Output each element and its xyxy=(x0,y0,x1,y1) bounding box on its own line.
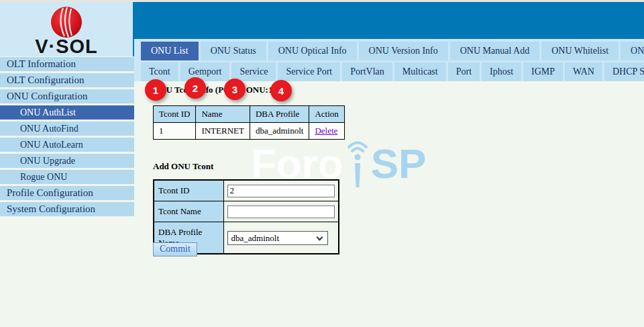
dba-profile-selected-value: dba_adminolt xyxy=(231,233,280,243)
tab-onu-list[interactable]: ONU List xyxy=(141,42,199,60)
tab-onu-whitelist[interactable]: ONU Whitelist xyxy=(541,42,619,60)
callout-3: 3 xyxy=(224,79,246,100)
cell-name: INTERNET xyxy=(196,123,250,140)
add-onu-tcont-heading: Add ONU Tcont xyxy=(153,161,213,172)
sidebar-item-profile-configuration[interactable]: Profile Configuration xyxy=(0,186,134,200)
tab-port[interactable]: Port xyxy=(448,62,480,81)
tab-service-port[interactable]: Service Port xyxy=(278,62,340,81)
tab-service[interactable]: Service xyxy=(231,62,276,81)
sidebar-item-rogue-onu[interactable]: Rogue ONU xyxy=(0,170,134,184)
form-row-tcont-id: Tcont ID xyxy=(154,180,339,201)
sidebar-item-onu-autofind[interactable]: ONU AutoFind xyxy=(0,122,134,136)
tab-row-services: TcontGemportServiceService PortPortVlanM… xyxy=(134,60,644,81)
sidebar-item-onu-authlist[interactable]: ONU AuthList xyxy=(0,105,134,120)
tab-gemport[interactable]: Gemport xyxy=(180,62,230,81)
tcont-table-row: 1 INTERNET dba_adminolt Delete xyxy=(154,123,345,140)
tab-onu-status[interactable]: ONU Status xyxy=(201,42,266,60)
vsol-ball-icon xyxy=(50,5,83,39)
sidebar-menu: OLT Information OLT Configuration ONU Co… xyxy=(0,57,134,216)
tcont-name-label: Tcont Name xyxy=(154,201,223,222)
watermark-text-sp: SP xyxy=(371,144,427,183)
delete-link[interactable]: Delete xyxy=(315,126,337,136)
sidebar-item-olt-configuration[interactable]: OLT Configuration xyxy=(0,73,134,87)
sidebar: V·SOL OLT Information OLT Configuration … xyxy=(0,2,134,218)
callout-1: 1 xyxy=(145,79,166,101)
tab-onu-optical-info[interactable]: ONU Optical Info xyxy=(268,42,357,60)
tcont-info-table: Tcont ID Name DBA Profile Action 1 INTER… xyxy=(153,105,345,140)
tab-tcont[interactable]: Tcont xyxy=(141,62,178,81)
tab-wan[interactable]: WAN xyxy=(565,62,602,81)
foroisp-watermark: Foro SP xyxy=(251,136,426,183)
tab-igmp[interactable]: IGMP xyxy=(523,62,563,81)
tcont-id-input[interactable] xyxy=(227,185,335,197)
logo-panel: V·SOL xyxy=(0,2,134,56)
tab-multicast[interactable]: Multicast xyxy=(394,62,446,81)
header-action: Action xyxy=(309,106,344,123)
wifi-antenna-icon xyxy=(345,136,370,187)
sidebar-item-onu-upgrade[interactable]: ONU Upgrade xyxy=(0,154,134,168)
callout-2: 2 xyxy=(184,77,206,99)
header-tcont-id: Tcont ID xyxy=(154,106,196,123)
form-row-tcont-name: Tcont Name xyxy=(154,201,339,222)
watermark-text-foro: Foro xyxy=(251,144,343,183)
brand-logo-text: V·SOL xyxy=(35,38,98,55)
tab-iphost[interactable]: Iphost xyxy=(482,62,521,81)
sidebar-item-onu-autolearn[interactable]: ONU AutoLearn xyxy=(0,138,134,152)
sidebar-item-system-configuration[interactable]: System Configuration xyxy=(0,202,134,216)
tcont-table-header-row: Tcont ID Name DBA Profile Action xyxy=(154,106,345,123)
tcont-name-input[interactable] xyxy=(227,205,335,218)
sidebar-item-olt-information[interactable]: OLT Information xyxy=(0,57,134,71)
page-title: ONU Tcont Info (PON:1 ONU:1) xyxy=(153,85,276,95)
tab-onu-statistics[interactable]: ONU Statistics xyxy=(621,42,644,60)
tab-row-onu: ONU ListONU StatusONU Optical InfoONU Ve… xyxy=(134,39,644,60)
cell-dba-profile: dba_adminolt xyxy=(250,123,309,140)
tab-dhcp-server[interactable]: DHCP Server xyxy=(604,62,644,81)
tab-onu-manual-add[interactable]: ONU Manual Add xyxy=(450,42,539,60)
cell-tcont-id: 1 xyxy=(154,123,196,140)
header-dba-profile: DBA Profile xyxy=(250,106,309,123)
sidebar-item-onu-configuration[interactable]: ONU Configuration xyxy=(0,89,134,103)
tcont-id-label: Tcont ID xyxy=(154,180,223,201)
callout-4: 4 xyxy=(270,80,292,101)
tab-portvlan[interactable]: PortVlan xyxy=(342,62,392,81)
chevron-down-icon xyxy=(316,234,323,240)
dba-profile-select[interactable]: dba_adminolt xyxy=(227,231,328,245)
tab-onu-version-info[interactable]: ONU Version Info xyxy=(359,42,448,60)
top-banner xyxy=(134,2,644,39)
commit-button[interactable]: Commit xyxy=(153,242,197,256)
header-name: Name xyxy=(196,106,250,123)
